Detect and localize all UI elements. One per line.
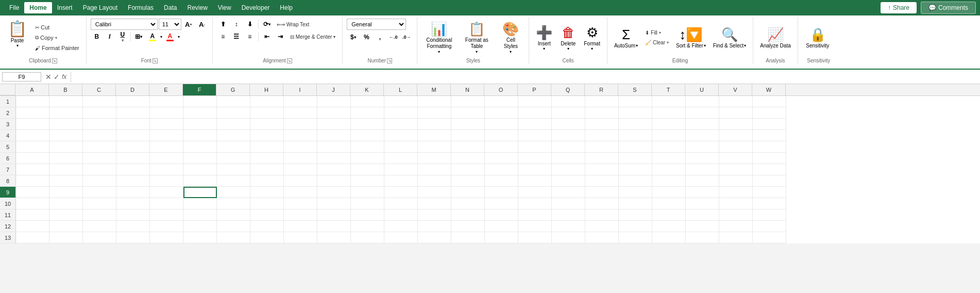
cell-C9[interactable] [83, 187, 116, 198]
cell-A2[interactable] [16, 107, 49, 119]
cell-R13[interactable] [585, 232, 619, 243]
cell-F8[interactable] [183, 175, 217, 187]
cell-N3[interactable] [451, 119, 485, 130]
cell-Q1[interactable] [552, 96, 585, 107]
cell-K10[interactable] [351, 198, 384, 209]
cell-N7[interactable] [451, 164, 485, 175]
comments-button[interactable]: 💬 Comments [921, 2, 976, 14]
cell-H11[interactable] [250, 209, 284, 221]
cell-H3[interactable] [250, 119, 284, 130]
cell-L4[interactable] [384, 130, 418, 141]
increase-decimal-button[interactable]: .0→ [400, 31, 413, 43]
cell-B2[interactable] [49, 107, 83, 119]
cell-K11[interactable] [351, 209, 384, 221]
cell-I11[interactable] [284, 209, 317, 221]
cell-P5[interactable] [518, 141, 552, 153]
cell-K6[interactable] [351, 153, 384, 164]
cancel-formula-icon[interactable]: ✕ [45, 73, 52, 81]
cell-G2[interactable] [217, 107, 250, 119]
cell-H7[interactable] [250, 164, 284, 175]
cut-button[interactable]: ✂ Cut [32, 23, 82, 32]
row-header-12[interactable]: 12 [0, 221, 15, 232]
font-size-select[interactable]: 11 [159, 19, 181, 30]
cell-U12[interactable] [686, 221, 719, 232]
cell-L10[interactable] [384, 198, 418, 209]
cell-K3[interactable] [351, 119, 384, 130]
cell-W3[interactable] [753, 119, 786, 130]
cell-M13[interactable] [418, 232, 451, 243]
cell-L7[interactable] [384, 164, 418, 175]
fill-button[interactable]: ⬇ Fill ▾ [643, 28, 671, 37]
row-header-11[interactable]: 11 [0, 209, 15, 221]
cell-C12[interactable] [83, 221, 116, 232]
cell-C11[interactable] [83, 209, 116, 221]
cell-B8[interactable] [49, 175, 83, 187]
menu-formulas[interactable]: Formulas [123, 2, 159, 13]
cell-A9[interactable] [16, 187, 49, 198]
cell-T3[interactable] [652, 119, 686, 130]
cell-J2[interactable] [317, 107, 351, 119]
row-header-8[interactable]: 8 [0, 175, 15, 187]
cell-W8[interactable] [753, 175, 786, 187]
cell-D8[interactable] [116, 175, 150, 187]
col-header-T[interactable]: T [652, 84, 685, 95]
cell-C7[interactable] [83, 164, 116, 175]
cell-L5[interactable] [384, 141, 418, 153]
col-header-P[interactable]: P [518, 84, 551, 95]
cell-L9[interactable] [384, 187, 418, 198]
decrease-indent-button[interactable]: ⇤ [261, 31, 273, 42]
cell-F4[interactable] [183, 130, 217, 141]
cell-N10[interactable] [451, 198, 485, 209]
cell-O8[interactable] [485, 175, 518, 187]
cell-W7[interactable] [753, 164, 786, 175]
cell-M11[interactable] [418, 209, 451, 221]
conditional-formatting-button[interactable]: 📊 Conditional Formatting ▾ [421, 19, 457, 57]
cell-M5[interactable] [418, 141, 451, 153]
cell-J1[interactable] [317, 96, 351, 107]
menu-file[interactable]: File [4, 2, 24, 13]
cell-R4[interactable] [585, 130, 619, 141]
cell-M4[interactable] [418, 130, 451, 141]
alignment-expand-icon[interactable]: ↘ [287, 58, 292, 63]
col-header-B[interactable]: B [49, 84, 82, 95]
cell-K2[interactable] [351, 107, 384, 119]
cell-L6[interactable] [384, 153, 418, 164]
cell-V5[interactable] [719, 141, 753, 153]
menu-developer[interactable]: Developer [236, 2, 275, 13]
cell-E10[interactable] [150, 198, 183, 209]
cell-I10[interactable] [284, 198, 317, 209]
cell-D9[interactable] [116, 187, 150, 198]
formula-input[interactable] [73, 73, 978, 81]
cell-B3[interactable] [49, 119, 83, 130]
cell-U4[interactable] [686, 130, 719, 141]
cell-B7[interactable] [49, 164, 83, 175]
cell-D4[interactable] [116, 130, 150, 141]
cell-J8[interactable] [317, 175, 351, 187]
cell-styles-button[interactable]: 🎨 Cell Styles ▾ [497, 19, 525, 57]
dollar-button[interactable]: $▾ [347, 31, 359, 43]
cell-K12[interactable] [351, 221, 384, 232]
cell-S7[interactable] [619, 164, 652, 175]
cell-P7[interactable] [518, 164, 552, 175]
cell-D2[interactable] [116, 107, 150, 119]
cell-L1[interactable] [384, 96, 418, 107]
cell-J4[interactable] [317, 130, 351, 141]
cell-M6[interactable] [418, 153, 451, 164]
col-header-M[interactable]: M [417, 84, 451, 95]
cell-W11[interactable] [753, 209, 786, 221]
cell-P10[interactable] [518, 198, 552, 209]
cell-I9[interactable] [284, 187, 317, 198]
cell-M1[interactable] [418, 96, 451, 107]
col-header-E[interactable]: E [149, 84, 183, 95]
cell-Q4[interactable] [552, 130, 585, 141]
cell-M10[interactable] [418, 198, 451, 209]
cell-P6[interactable] [518, 153, 552, 164]
cell-C4[interactable] [83, 130, 116, 141]
cell-K4[interactable] [351, 130, 384, 141]
cell-I7[interactable] [284, 164, 317, 175]
cell-O11[interactable] [485, 209, 518, 221]
col-header-V[interactable]: V [719, 84, 752, 95]
cell-G10[interactable] [217, 198, 250, 209]
row-header-1[interactable]: 1 [0, 96, 15, 107]
cell-A12[interactable] [16, 221, 49, 232]
